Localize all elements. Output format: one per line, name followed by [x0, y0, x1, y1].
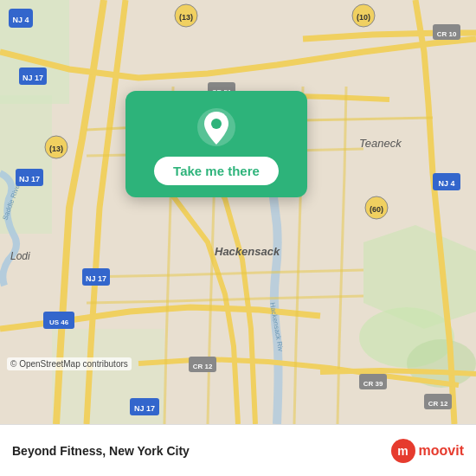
location-title: Beyond Fitness, New York City — [12, 444, 190, 458]
svg-text:CR 39: CR 39 — [363, 380, 383, 388]
svg-text:(13): (13) — [49, 145, 63, 153]
svg-text:NJ 4: NJ 4 — [438, 179, 454, 188]
svg-point-45 — [211, 119, 222, 129]
moovit-m-icon: m — [391, 439, 415, 463]
location-pin-icon — [196, 106, 237, 148]
svg-text:(13): (13) — [179, 13, 193, 22]
moovit-logo: m moovit — [391, 439, 464, 463]
map-container: Saddle River — [0, 0, 476, 424]
svg-text:Lodi: Lodi — [10, 250, 30, 262]
take-me-there-button[interactable]: Take me there — [154, 157, 279, 185]
svg-text:CR 10: CR 10 — [437, 30, 457, 38]
svg-text:Teaneck: Teaneck — [359, 137, 402, 150]
svg-text:US 46: US 46 — [49, 318, 69, 326]
bottom-info: Beyond Fitness, New York City — [12, 443, 391, 459]
bottom-bar: Beyond Fitness, New York City m moovit — [0, 424, 476, 476]
svg-text:CR 12: CR 12 — [428, 400, 448, 408]
svg-text:Hackensack: Hackensack — [215, 245, 280, 258]
location-card: Take me there — [125, 91, 307, 197]
svg-text:(60): (60) — [370, 205, 383, 214]
moovit-text: moovit — [419, 443, 464, 459]
svg-text:NJ 17: NJ 17 — [86, 274, 106, 283]
svg-text:NJ 17: NJ 17 — [134, 404, 155, 413]
svg-text:(10): (10) — [357, 13, 370, 22]
osm-attribution: © OpenStreetMap contributors — [7, 357, 132, 370]
svg-text:NJ 17: NJ 17 — [19, 175, 40, 183]
svg-text:NJ 17: NJ 17 — [23, 74, 43, 82]
svg-text:CR 12: CR 12 — [193, 363, 213, 370]
svg-text:NJ 4: NJ 4 — [12, 16, 29, 24]
